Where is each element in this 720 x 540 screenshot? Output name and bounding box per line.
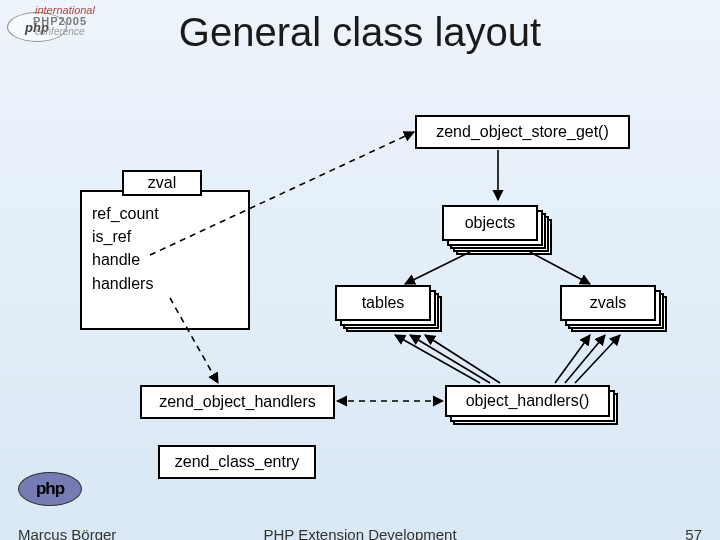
zvals-label: zvals xyxy=(590,294,626,312)
svg-line-3 xyxy=(405,252,470,284)
label-zend-object-handlers: zend_object_handlers xyxy=(159,393,316,410)
svg-line-7 xyxy=(410,335,490,383)
zval-field-handle: handle xyxy=(92,248,238,271)
php-logo: php xyxy=(18,472,82,506)
svg-line-8 xyxy=(425,335,500,383)
zval-struct: zval ref_count is_ref handle handlers xyxy=(80,190,250,330)
footer-page: 57 xyxy=(685,526,702,540)
zvals-stack: zvals xyxy=(560,285,656,321)
box-zend-object-store-get: zend_object_store_get() xyxy=(415,115,630,149)
svg-line-6 xyxy=(395,335,480,383)
svg-line-11 xyxy=(575,335,620,383)
svg-line-10 xyxy=(565,335,605,383)
box-zend-object-handlers: zend_object_handlers xyxy=(140,385,335,419)
footer-title: PHP Extension Development xyxy=(0,526,720,540)
box-zend-class-entry: zend_class_entry xyxy=(158,445,316,479)
label-zend-class-entry: zend_class_entry xyxy=(175,453,300,470)
object-handlers-label: object_handlers() xyxy=(466,392,590,410)
svg-line-4 xyxy=(530,252,590,284)
object-handlers-stack: object_handlers() xyxy=(445,385,610,417)
slide-title: General class layout xyxy=(0,10,720,55)
zval-field-handlers: handlers xyxy=(92,272,238,295)
objects-label: objects xyxy=(465,214,516,232)
zval-field-ref-count: ref_count xyxy=(92,202,238,225)
svg-line-9 xyxy=(555,335,590,383)
zval-title: zval xyxy=(122,170,202,196)
tables-label: tables xyxy=(362,294,405,312)
zval-field-is-ref: is_ref xyxy=(92,225,238,248)
label-zend-object-store-get: zend_object_store_get() xyxy=(436,123,609,140)
php-logo-text: php xyxy=(36,479,64,499)
tables-stack: tables xyxy=(335,285,431,321)
objects-stack: objects xyxy=(442,205,538,241)
